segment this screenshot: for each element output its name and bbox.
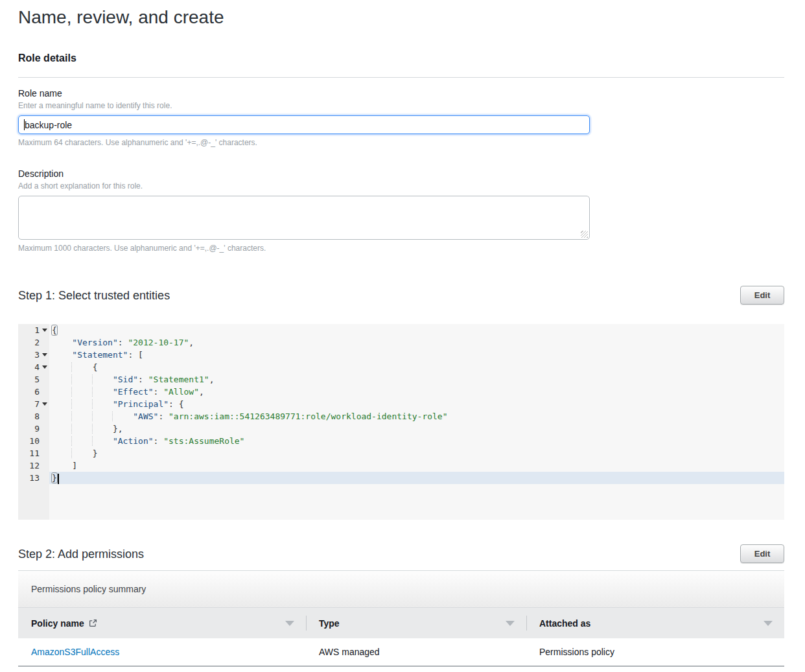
fold-toggle-icon[interactable] <box>40 398 49 410</box>
line-number: 11 <box>29 447 40 459</box>
column-header-attached-as[interactable]: Attached as <box>526 608 784 638</box>
chevron-down-icon <box>42 402 47 406</box>
code-line-11: } <box>49 447 784 459</box>
gutter-line: 13 <box>18 472 49 484</box>
code-token: "Sid" <box>113 375 138 384</box>
gutter-line: 6 <box>18 386 49 398</box>
fold-toggle-icon[interactable] <box>40 361 49 373</box>
code-line-8: "AWS": "arn:aws:iam::541263489771:role/w… <box>49 410 784 423</box>
code-line-2: "Version": "2012-10-17", <box>49 336 784 349</box>
role-name-constraint: Maximum 64 characters. Use alphanumeric … <box>18 138 784 148</box>
code-token: "Effect" <box>113 387 154 397</box>
code-token: { <box>52 325 57 335</box>
step1-header-row: Step 1: Select trusted entities Edit <box>18 286 784 305</box>
code-token <box>92 399 113 409</box>
description-textarea-wrap <box>18 196 590 240</box>
line-number: 1 <box>34 324 40 336</box>
column-header-type[interactable]: Type <box>306 608 526 638</box>
column-header-policy-name[interactable]: Policy name <box>18 608 306 638</box>
code-token <box>71 375 92 384</box>
role-name-help: Enter a meaningful name to identify this… <box>18 101 784 111</box>
role-details-heading: Role details <box>18 52 784 64</box>
code-token: ] <box>72 461 77 470</box>
step1-heading: Step 1: Select trusted entities <box>18 288 170 303</box>
line-number: 12 <box>29 459 40 472</box>
cell-type: AWS managed <box>306 647 526 657</box>
line-number: 10 <box>29 435 40 447</box>
code-token: } <box>52 473 57 483</box>
policy-editor[interactable]: 12345678910111213 { "Version": "2012-10-… <box>18 324 784 520</box>
code-token: : <box>118 338 128 347</box>
page-title: Name, review, and create <box>18 6 784 29</box>
code-token: { <box>93 362 98 372</box>
filter-triangle-icon[interactable] <box>764 621 773 626</box>
fold-slot <box>40 447 49 459</box>
code-token: "Version" <box>72 338 117 347</box>
gutter-line: 11 <box>18 447 49 459</box>
table-row: AmazonS3FullAccessAWS managedPermissions… <box>18 638 784 667</box>
editor-cursor <box>58 474 59 484</box>
code-line-7: "Principal": { <box>49 398 784 410</box>
code-token <box>71 436 92 446</box>
step1-edit-button[interactable]: Edit <box>740 286 784 305</box>
description-help: Add a short explanation for this role. <box>18 181 784 191</box>
policy-table-header: Policy nameTypeAttached as <box>18 608 784 638</box>
code-token <box>71 448 92 458</box>
resize-grip-icon[interactable] <box>581 231 588 238</box>
code-token: : { <box>169 399 183 409</box>
fold-toggle-icon[interactable] <box>40 324 49 336</box>
line-number: 3 <box>34 349 40 361</box>
role-name-input[interactable] <box>18 115 590 134</box>
description-block: Description Add a short explanation for … <box>18 168 784 253</box>
code-token: : <box>154 436 164 446</box>
policy-table-body: AmazonS3FullAccessAWS managedPermissions… <box>18 638 784 667</box>
code-token <box>71 424 92 434</box>
step2-header-row: Step 2: Add permissions Edit <box>18 544 784 563</box>
text-cursor <box>24 119 25 130</box>
chevron-down-icon <box>42 353 47 356</box>
code-token <box>71 362 92 372</box>
code-token: : <box>158 411 169 421</box>
chevron-down-icon <box>42 365 47 369</box>
code-line-1: { <box>49 324 784 336</box>
code-token: "AWS" <box>133 411 158 421</box>
step2-edit-button[interactable]: Edit <box>740 544 784 563</box>
code-token <box>52 436 72 446</box>
page-content: Name, review, and create Role details Ro… <box>18 0 784 667</box>
code-token: "Action" <box>113 436 154 446</box>
code-line-13: } <box>49 472 784 484</box>
code-token <box>112 411 133 421</box>
policy-name-link[interactable]: AmazonS3FullAccess <box>31 647 119 657</box>
editor-gutter: 12345678910111213 <box>18 324 49 520</box>
gutter-line: 9 <box>18 423 49 435</box>
code-token: , <box>189 338 194 347</box>
filter-triangle-icon[interactable] <box>506 621 515 626</box>
code-token <box>52 399 72 409</box>
role-name-input-wrap <box>18 115 590 134</box>
fold-toggle-icon[interactable] <box>40 349 49 361</box>
description-textarea[interactable] <box>18 196 590 240</box>
gutter-line: 2 <box>18 336 49 349</box>
fold-slot <box>40 373 49 386</box>
description-constraint: Maximum 1000 characters. Use alphanumeri… <box>18 244 784 253</box>
code-token <box>92 375 113 384</box>
code-token: "sts:AssumeRole" <box>163 436 244 446</box>
fold-slot <box>40 459 49 472</box>
line-number: 8 <box>34 410 40 423</box>
code-token <box>52 411 72 421</box>
column-header-text: Attached as <box>539 618 590 629</box>
filter-triangle-icon[interactable] <box>285 621 294 626</box>
code-token <box>52 350 72 360</box>
column-header-label: Attached as <box>539 618 590 629</box>
code-line-6: "Effect": "Allow", <box>49 386 784 398</box>
fold-slot <box>40 472 49 484</box>
code-token <box>92 411 113 421</box>
gutter-line: 1 <box>18 324 49 336</box>
code-token: "Principal" <box>113 399 169 409</box>
fold-slot <box>40 435 49 447</box>
column-header-text: Type <box>319 618 340 629</box>
cell-attached-as: Permissions policy <box>526 647 784 657</box>
code-token: "2012-10-17" <box>128 338 189 347</box>
code-line-3: "Statement": [ <box>49 349 784 361</box>
fold-slot <box>40 410 49 423</box>
